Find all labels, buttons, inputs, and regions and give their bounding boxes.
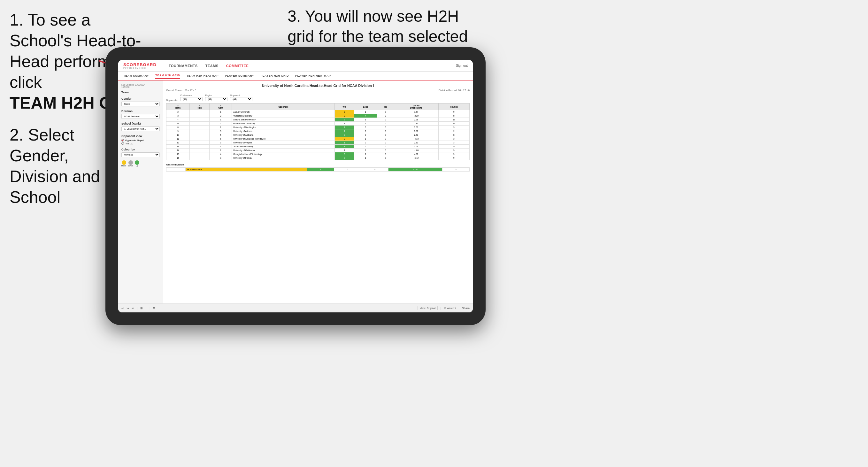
- back-button[interactable]: ↩: [132, 307, 134, 310]
- subnav: TEAM SUMMARY TEAM H2H GRID TEAM H2H HEAT…: [118, 71, 473, 81]
- table-row: 9 3 University of Arizona 1 0 0 9.00 2: [166, 129, 470, 133]
- col-tie: Tie: [377, 103, 394, 110]
- subnav-team-h2h-grid[interactable]: TEAM H2H GRID: [155, 72, 180, 79]
- table-row: 11 6 University of Arkansas, Fayettevill…: [166, 137, 470, 141]
- nav-committee[interactable]: COMMITTEE: [226, 64, 249, 68]
- table-row: 4 1 Arizona State University 5 1 0 2.29 …: [166, 118, 470, 122]
- col-win: Win: [335, 103, 354, 110]
- table-row: 10 5 University of Alabama 3 0 0 2.61 8: [166, 133, 470, 137]
- col-diff: Diff AvStrokes/Rnd: [394, 103, 438, 110]
- radio-group: Opponents Played Top 100: [121, 139, 160, 145]
- division-label: Division: [121, 110, 160, 113]
- grid-area: University of North Carolina Head-to-Hea…: [163, 81, 473, 304]
- table-row: 15 4 Georgia Institute of Technology 5 1…: [166, 152, 470, 156]
- nav-teams[interactable]: TEAMS: [206, 64, 219, 68]
- out-of-division-label: Out of division: [166, 163, 470, 166]
- grid-title: University of North Carolina Head-to-Hea…: [166, 84, 470, 88]
- col-loss: Loss: [354, 103, 377, 110]
- timestamp: Last Updated: 27/03/2024 16:55:38: [121, 84, 160, 88]
- tablet-device: SCOREBOARDPowered by clippi TOURNAMENTS …: [105, 47, 486, 325]
- sidebar-division-section: Division NCAA Division I: [121, 110, 160, 119]
- division-select[interactable]: NCAA Division I: [121, 114, 160, 119]
- region-filter: Region (All): [205, 94, 227, 101]
- grid-button[interactable]: ⊞: [140, 307, 143, 310]
- opponents-label: Opponents:: [166, 99, 178, 101]
- radio-top100[interactable]: Top 100: [121, 142, 160, 145]
- opponent-filter: Opponent (All): [230, 94, 252, 101]
- legend-down: Down: [121, 160, 126, 167]
- col-rounds: Rounds: [438, 103, 469, 110]
- colour-select[interactable]: Win/loss: [121, 152, 160, 157]
- sidebar-team-section: Team: [121, 91, 160, 94]
- overall-record: Overall Record: 89 - 17 - 0: [166, 89, 196, 92]
- subnav-player-h2h-grid[interactable]: PLAYER H2H GRID: [260, 73, 289, 79]
- radio-opponents-played[interactable]: Opponents Played: [121, 139, 160, 142]
- conference-select[interactable]: (All): [180, 97, 203, 101]
- table-row: 12 3 University of Virginia 1 0 0 2.33 3: [166, 141, 470, 145]
- sidebar-colour-section: Colour by Win/loss: [121, 148, 160, 157]
- colour-label: Colour by: [121, 148, 160, 151]
- filter-row: Opponents: Conference (All) Region (All): [166, 94, 470, 101]
- table-row: 6 2 Florida State University 1 2 0 1.83 …: [166, 122, 470, 126]
- col-conf: #Conf: [210, 103, 232, 110]
- legend-up: Up: [135, 160, 139, 167]
- table-row: 3 2 Vanderbilt University 0 4 0 -2.29 8: [166, 114, 470, 118]
- bottom-toolbar: ↩ ↪ ↩ | ⊞ + | ⚙ View: Original | 👁 Watch…: [118, 304, 473, 312]
- conference-filter: Conference (All): [180, 94, 203, 101]
- region-select[interactable]: (All): [205, 97, 227, 101]
- table-row: 13 1 Texas Tech University 3 0 0 5.56 9: [166, 145, 470, 149]
- subnav-player-summary[interactable]: PLAYER SUMMARY: [225, 73, 254, 79]
- gender-select[interactable]: Men's: [121, 101, 160, 106]
- sidebar-school-section: School (Rank) 1. University of Nort...: [121, 122, 160, 131]
- subnav-team-h2h-heatmap[interactable]: TEAM H2H HEATMAP: [187, 73, 219, 79]
- grid-records: Overall Record: 89 - 17 - 0 Division Rec…: [166, 89, 470, 92]
- col-opponent: Opponent: [232, 103, 335, 110]
- redo-button[interactable]: ↪: [126, 307, 129, 310]
- table-row: NCAA Division II 1 0 0 26.00 3: [166, 168, 470, 172]
- watch-button[interactable]: 👁 Watch ▾: [444, 307, 456, 310]
- table-row: 14 2 University of Oklahoma 1 2 0 -1.00 …: [166, 149, 470, 152]
- sign-out-link[interactable]: Sign out: [456, 64, 468, 67]
- opponent-select[interactable]: (All): [230, 97, 252, 101]
- share-button[interactable]: Share: [462, 307, 470, 310]
- table-row: 16 3 University of Florida 3 1 0 -6.42 9: [166, 156, 470, 160]
- settings-button[interactable]: ⚙: [153, 307, 155, 310]
- legend-level: Level: [128, 160, 132, 167]
- h2h-table: #Rank #Reg #Conf Opponent Win Loss Tie D…: [166, 103, 470, 160]
- logo: SCOREBOARDPowered by clippi: [123, 63, 163, 69]
- nav-tournaments[interactable]: TOURNAMENTS: [169, 64, 198, 68]
- gender-label: Gender: [121, 97, 160, 100]
- out-of-division: Out of division NCAA Division II 1 0 0 2…: [166, 163, 470, 172]
- division-record: Division Record: 88 - 17 - 0: [439, 89, 470, 92]
- color-legend: Down Level Up: [121, 160, 160, 167]
- navbar: SCOREBOARDPowered by clippi TOURNAMENTS …: [118, 60, 473, 71]
- col-reg: #Reg: [190, 103, 210, 110]
- view-original-button[interactable]: View: Original: [417, 306, 438, 310]
- col-rank: #Rank: [166, 103, 190, 110]
- subnav-player-h2h-heatmap[interactable]: PLAYER H2H HEATMAP: [295, 73, 331, 79]
- opponent-view-label: Opponent View: [121, 134, 160, 138]
- out-of-division-table: NCAA Division II 1 0 0 26.00 3: [166, 167, 470, 172]
- team-label: Team: [121, 91, 160, 94]
- table-row: 8 2 University of Washington 1 0 0 3.67 …: [166, 126, 470, 129]
- nav-items: TOURNAMENTS TEAMS COMMITTEE: [169, 64, 456, 68]
- annotation-3: 3. You will now see H2H grid for the tea…: [287, 6, 473, 46]
- plus-button[interactable]: +: [145, 307, 147, 310]
- undo-button[interactable]: ↩: [121, 307, 124, 310]
- sidebar-opponent-view-section: Opponent View Opponents Played Top 100: [121, 134, 160, 145]
- sidebar: Last Updated: 27/03/2024 16:55:38 Team G…: [118, 81, 163, 304]
- main-content: Last Updated: 27/03/2024 16:55:38 Team G…: [118, 81, 473, 304]
- tablet-screen: SCOREBOARDPowered by clippi TOURNAMENTS …: [118, 60, 473, 312]
- table-row: 2 1 Auburn University 2 1 0 1.67 9: [166, 110, 470, 114]
- subnav-team-summary[interactable]: TEAM SUMMARY: [123, 73, 149, 79]
- school-select[interactable]: 1. University of Nort...: [121, 126, 160, 131]
- school-label: School (Rank): [121, 122, 160, 125]
- sidebar-gender-section: Gender Men's: [121, 97, 160, 106]
